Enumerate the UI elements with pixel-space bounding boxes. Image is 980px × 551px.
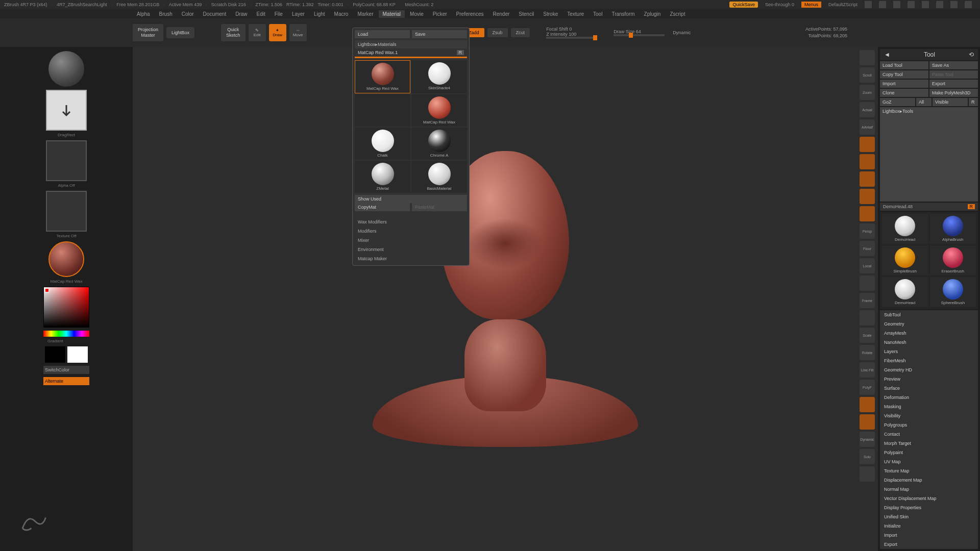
- hue-slider[interactable]: [43, 331, 89, 337]
- clone-button[interactable]: Clone: [880, 89, 928, 97]
- make-polymesh-button[interactable]: Make PolyMesh3D: [929, 89, 978, 97]
- copymat-button[interactable]: CopyMat: [355, 203, 410, 211]
- material-swatch[interactable]: BasicMaterial: [411, 161, 467, 193]
- drawsize-label[interactable]: Draw Size 64: [614, 29, 665, 34]
- viewport-btn24[interactable]: [860, 466, 875, 482]
- viewport-btn7[interactable]: [860, 171, 875, 187]
- pastemat-button[interactable]: PasteMat: [412, 203, 467, 211]
- tool-section-polygroups[interactable]: Polygroups: [880, 420, 978, 430]
- window-button[interactable]: [922, 1, 929, 8]
- window-button[interactable]: [865, 1, 872, 8]
- material-swatch[interactable]: MatCap Red Wax: [355, 60, 410, 93]
- tool-thumb[interactable]: EraserBrush: [930, 245, 976, 276]
- tool-section-vector-displacement-map[interactable]: Vector Displacement Map: [880, 494, 978, 503]
- viewport-btn9[interactable]: [860, 206, 875, 221]
- menus-toggle[interactable]: Menus: [801, 2, 821, 8]
- tool-section-preview[interactable]: Preview: [880, 374, 978, 384]
- tool-section-normal-map[interactable]: Normal Map: [880, 485, 978, 494]
- menu-picker[interactable]: Picker: [429, 10, 451, 18]
- tool-section-geometry-hd[interactable]: Geometry HD: [880, 365, 978, 374]
- viewport-zoom[interactable]: Zoom: [860, 85, 875, 100]
- zintensity-slider[interactable]: [546, 37, 597, 39]
- tool-section-deformation[interactable]: Deformation: [880, 393, 978, 402]
- material-thumb[interactable]: [48, 241, 84, 277]
- save-as-button[interactable]: Save As: [929, 61, 978, 69]
- menu-texture[interactable]: Texture: [563, 10, 588, 18]
- menu-render[interactable]: Render: [489, 10, 514, 18]
- copy-tool-button[interactable]: Copy Tool: [880, 70, 928, 79]
- zintensity-label[interactable]: Z Intensity 100: [546, 32, 597, 37]
- mat-section[interactable]: Mixer: [355, 236, 467, 245]
- viewport-floor[interactable]: Floor: [860, 241, 875, 256]
- lightbox-button[interactable]: LightBox: [166, 27, 194, 39]
- viewport-rotate[interactable]: Rotate: [860, 345, 875, 360]
- goz-visible-button[interactable]: Visible: [933, 98, 968, 106]
- tool-section-polypaint[interactable]: Polypaint: [880, 448, 978, 457]
- viewport-scale[interactable]: Scale: [860, 328, 875, 343]
- menu-material[interactable]: Material: [379, 10, 405, 18]
- move-mode-button[interactable]: ↔Move: [289, 24, 307, 41]
- menu-stencil[interactable]: Stencil: [514, 10, 538, 18]
- menu-color[interactable]: Color: [178, 10, 198, 18]
- viewport-frame[interactable]: Frame: [860, 293, 875, 308]
- menu-transform[interactable]: Transform: [607, 10, 639, 18]
- menu-macro[interactable]: Macro: [330, 10, 353, 18]
- tool-section-arraymesh[interactable]: ArrayMesh: [880, 329, 978, 338]
- material-swatch[interactable]: [355, 94, 410, 127]
- draw-mode-button[interactable]: ✦Draw: [269, 24, 286, 41]
- seethrough[interactable]: See-through 0: [765, 2, 794, 7]
- menu-document[interactable]: Document: [199, 10, 231, 18]
- window-button[interactable]: [893, 1, 900, 8]
- dynamic-label[interactable]: Dynamic: [673, 30, 691, 35]
- mat-load-button[interactable]: Load: [355, 30, 410, 38]
- mat-section[interactable]: Environment: [355, 245, 467, 254]
- material-swatch[interactable]: ZMetal: [355, 161, 410, 193]
- tool-section-morph-target[interactable]: Morph Target: [880, 439, 978, 448]
- paste-tool-button[interactable]: Paste Tool: [929, 70, 978, 79]
- menu-zscript[interactable]: Zscript: [666, 10, 689, 18]
- goz-all-button[interactable]: All: [916, 98, 932, 106]
- goz-r-button[interactable]: R: [969, 98, 978, 106]
- drawsize-slider[interactable]: [614, 34, 665, 36]
- tool-thumb[interactable]: SimpleBrush: [882, 245, 928, 276]
- load-tool-button[interactable]: Load Tool: [880, 61, 928, 69]
- viewport-btn20[interactable]: [860, 397, 875, 412]
- menu-brush[interactable]: Brush: [155, 10, 177, 18]
- zcut-button[interactable]: Zcut: [511, 28, 530, 37]
- minimize-button[interactable]: [936, 1, 943, 8]
- material-swatch[interactable]: MatCap Red Wax: [411, 94, 467, 127]
- alpha-thumb[interactable]: [46, 140, 87, 181]
- viewport-btn6[interactable]: [860, 154, 875, 169]
- menu-file[interactable]: File: [271, 10, 287, 18]
- mat-section[interactable]: Modifiers: [355, 227, 467, 236]
- tool-thumb[interactable]: SphereBrush: [930, 277, 976, 307]
- menu-marker[interactable]: Marker: [353, 10, 377, 18]
- viewport-polyf[interactable]: PolyF: [860, 380, 875, 395]
- mat-section[interactable]: Wax Modifiers: [355, 217, 467, 227]
- show-used-button[interactable]: Show Used: [355, 195, 467, 203]
- switchcolor-button[interactable]: SwitchColor: [43, 366, 89, 374]
- tool-section-unified-skin[interactable]: Unified Skin: [880, 512, 978, 521]
- mat-save-button[interactable]: Save: [412, 30, 467, 38]
- goz-button[interactable]: GoZ: [880, 98, 915, 106]
- tool-section-initialize[interactable]: Initialize: [880, 521, 978, 531]
- texture-thumb[interactable]: [46, 191, 87, 232]
- maximize-button[interactable]: [950, 1, 958, 8]
- stroke-thumb[interactable]: [46, 90, 87, 131]
- material-name[interactable]: MatCap Red Wax.1R: [355, 48, 467, 57]
- material-swatch[interactable]: SkinShade4: [411, 60, 467, 93]
- tool-palette-title[interactable]: ◄Tool⟲: [880, 49, 978, 60]
- menu-preferences[interactable]: Preferences: [452, 10, 488, 18]
- window-button[interactable]: [908, 1, 915, 8]
- viewport-btn13[interactable]: [860, 276, 875, 291]
- material-swatch[interactable]: Chalk: [355, 128, 410, 160]
- tool-section-import[interactable]: Import: [880, 531, 978, 540]
- tool-section-visibility[interactable]: Visibility: [880, 411, 978, 420]
- zsub-button[interactable]: Zsub: [487, 28, 508, 37]
- window-button[interactable]: [879, 1, 886, 8]
- tool-thumb[interactable]: DemoHead: [882, 277, 928, 307]
- viewport-aahalf[interactable]: AAHalf: [860, 119, 875, 135]
- quicksketch-button[interactable]: Quick Sketch: [221, 24, 246, 41]
- tool-section-fibermesh[interactable]: FiberMesh: [880, 356, 978, 365]
- viewport-solo[interactable]: Solo: [860, 449, 875, 464]
